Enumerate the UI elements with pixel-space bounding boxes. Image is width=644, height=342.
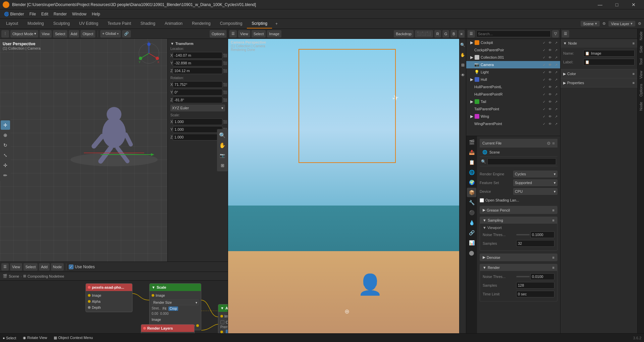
- scale-x-input[interactable]: [173, 118, 222, 125]
- minimize-button[interactable]: —: [592, 0, 608, 9]
- visibility-cockpit-check[interactable]: ✓: [541, 40, 547, 45]
- vis-hpl-eye[interactable]: 👁: [547, 84, 553, 90]
- color-section-menu[interactable]: ≡: [633, 72, 635, 76]
- outliner-item-tail[interactable]: ▶ Tail ✓ 👁 ↗: [466, 98, 560, 105]
- current-file-expand[interactable]: ≡: [552, 141, 555, 146]
- scale-x-copy[interactable]: ⬛: [222, 120, 228, 124]
- zoom-in-tool[interactable]: 🔍: [218, 130, 227, 140]
- vis-hpr-eye[interactable]: 👁: [547, 92, 553, 97]
- outliner-search-input[interactable]: [476, 31, 551, 37]
- outliner-item-hull[interactable]: ▶ Hull ✓ 👁 ↗: [466, 76, 560, 83]
- rotation-mode-select[interactable]: XYZ Euler ▾: [170, 105, 225, 111]
- render-channel-r[interactable]: R: [434, 30, 441, 38]
- viewport-subsection-header[interactable]: ▼ Viewport: [483, 226, 554, 230]
- color-section-header[interactable]: ▶ Color ≡: [560, 69, 637, 78]
- props-tab-render[interactable]: 🎬: [467, 137, 476, 147]
- menu-edit[interactable]: Edit: [39, 11, 51, 17]
- location-x-input[interactable]: [173, 52, 222, 59]
- menu-render[interactable]: Render: [51, 11, 69, 17]
- options-button[interactable]: Options: [210, 30, 226, 38]
- vis-cam-eye[interactable]: 👁: [547, 62, 553, 67]
- tab-sculpting[interactable]: Sculpting: [49, 19, 74, 28]
- vis-tp-eye[interactable]: 👁: [547, 106, 553, 112]
- vis-tail-check[interactable]: ✓: [541, 99, 547, 104]
- v-tab-tool[interactable]: Tool: [638, 56, 644, 68]
- denoise-header[interactable]: ▶ Denoise ≡: [480, 254, 557, 261]
- scale-y-input[interactable]: [173, 126, 222, 133]
- tab-scripting[interactable]: Scripting: [247, 19, 272, 28]
- vis-tail-eye[interactable]: 👁: [547, 99, 553, 104]
- outliner-filter-button[interactable]: ▽: [552, 30, 559, 38]
- dolly-tool[interactable]: 📷: [218, 151, 227, 160]
- outliner-item-tailparent[interactable]: TailParentPoint ✓ 👁 ↗: [466, 105, 560, 113]
- vis-hpr-check[interactable]: ✓: [541, 92, 547, 97]
- node-scale-mode-select[interactable]: Render Size ▾: [152, 299, 199, 305]
- vis-cam-select[interactable]: ↗: [553, 62, 559, 67]
- vis-tp-select[interactable]: ↗: [553, 106, 559, 112]
- close-button[interactable]: ✕: [626, 0, 641, 9]
- menu-file[interactable]: File: [27, 11, 39, 17]
- outliner-item-hullparentr[interactable]: HullParentPointR ✓ 👁 ↗: [466, 91, 560, 98]
- vis-tail-select[interactable]: ↗: [553, 99, 559, 104]
- props-tab-output[interactable]: 📤: [467, 148, 476, 157]
- vis-cam-check[interactable]: ✓: [541, 62, 547, 67]
- rotation-y-input[interactable]: [173, 89, 222, 96]
- use-nodes-toggle[interactable]: ✓ Use Nodes: [69, 265, 95, 269]
- v-tab-options[interactable]: Options: [638, 81, 644, 99]
- rotation-x-copy[interactable]: ⬛: [222, 83, 228, 87]
- vis-light-select[interactable]: ↗: [553, 69, 559, 75]
- tab-animation[interactable]: Animation: [160, 19, 187, 28]
- render-engine-select[interactable]: Cycles ▾: [513, 171, 557, 177]
- vis-hull-check[interactable]: ✓: [541, 77, 547, 82]
- props-tab-data[interactable]: 📊: [467, 238, 476, 247]
- outliner-item-hullparentl[interactable]: HullParentPointL ✓ 👁 ↗: [466, 83, 560, 91]
- nrp-menu-button[interactable]: ☰: [562, 30, 569, 38]
- location-z-copy[interactable]: ⬛: [222, 69, 228, 73]
- vis-wp-eye[interactable]: 👁: [547, 121, 553, 126]
- props-tab-physics[interactable]: 💧: [467, 218, 476, 227]
- node-node-button[interactable]: Node: [51, 263, 64, 271]
- tab-texture-paint[interactable]: Texture Paint: [103, 19, 136, 28]
- use-nodes-checkbox[interactable]: ✓: [69, 265, 73, 269]
- viewport-3d[interactable]: User Perspective (1) Collection | Camera: [0, 39, 228, 262]
- render-channel-g[interactable]: G: [442, 30, 449, 38]
- outliner-menu-button[interactable]: ☰: [468, 30, 475, 38]
- open-shading-checkbox[interactable]: [480, 198, 484, 203]
- node-menu-button[interactable]: ☰: [1, 263, 9, 271]
- view-layer-selector[interactable]: View Layer ▾: [608, 21, 635, 26]
- vis-hpl-check[interactable]: ✓: [541, 84, 547, 90]
- transform-tool[interactable]: ✢: [1, 161, 10, 170]
- maximize-button[interactable]: □: [609, 0, 625, 9]
- rotate-tool[interactable]: ↻: [1, 140, 10, 150]
- noise-thresh-slider-r[interactable]: [516, 276, 530, 277]
- magnet-button[interactable]: 🔗: [122, 30, 131, 38]
- object-mode-button[interactable]: Object Mode ▾: [10, 30, 38, 38]
- outliner-item-wing[interactable]: ▶ Wing ✓ 👁 ↗: [466, 113, 560, 120]
- rotation-y-copy[interactable]: ⬛: [222, 91, 228, 94]
- node-scale[interactable]: ▼ Scale Image Render Size ▾: [149, 283, 201, 330]
- props-tab-scene[interactable]: 🌐: [467, 168, 476, 177]
- render-icons-group[interactable]: ⬛⬛⬛: [415, 30, 433, 38]
- feature-set-select[interactable]: Supported ▾: [513, 179, 557, 186]
- render-select-button[interactable]: Select: [252, 30, 266, 38]
- node-canvas[interactable]: pexels-asad-pho... Image Alpha: [0, 281, 228, 342]
- vis-hull-select[interactable]: ↗: [553, 77, 559, 82]
- sampling-menu[interactable]: ≡: [552, 218, 554, 222]
- denoise-menu[interactable]: ≡: [552, 255, 554, 260]
- backdrop-button[interactable]: Backdrop: [394, 30, 413, 38]
- outliner-item-wingparent[interactable]: WingParentPoint ✓ 👁 ↗: [466, 120, 560, 127]
- viewport-menu-button[interactable]: ⋮: [1, 30, 9, 38]
- scene-settings-icon[interactable]: ⚙: [602, 21, 606, 26]
- props-tab-constraints[interactable]: 🔗: [467, 228, 476, 237]
- scene-selector[interactable]: Scene ▾: [581, 21, 600, 26]
- vis-hpl-select[interactable]: ↗: [553, 84, 559, 90]
- vis-tp-check[interactable]: ✓: [541, 106, 547, 112]
- menu-blender[interactable]: 🌀 Blender: [1, 11, 27, 17]
- visibility-cockpit-select[interactable]: ↗: [553, 40, 559, 45]
- v-tab-view[interactable]: View: [638, 68, 644, 81]
- location-y-input[interactable]: [173, 60, 222, 66]
- move-tool[interactable]: ⊕: [1, 130, 10, 140]
- render-section-menu[interactable]: ≡: [552, 266, 554, 270]
- fit-button[interactable]: Fit: [161, 306, 168, 311]
- device-select[interactable]: CPU ▾: [513, 188, 557, 195]
